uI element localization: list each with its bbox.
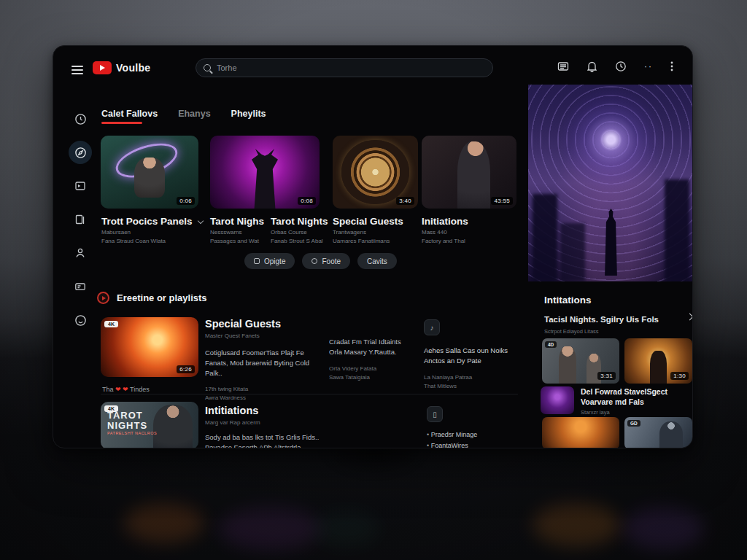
panel-link-title: Tacisl Nights. Sgilry Uis Fols — [544, 315, 659, 324]
duration-badge: 6:26 — [177, 365, 195, 373]
bullet-list: Praedsr Minage FoantaWires — [427, 429, 518, 448]
chip-cavits[interactable]: Cavits — [357, 253, 397, 269]
tab-bar: Calet Fallovs Ehanys Pheylits — [101, 109, 266, 124]
library-icon[interactable] — [69, 208, 92, 231]
chip-opigte[interactable]: Opigte — [244, 253, 295, 269]
kebab-menu-icon[interactable] — [670, 61, 673, 72]
brand-name: Voulbe — [116, 62, 150, 74]
duration-badge: 0:08 — [298, 197, 316, 205]
quality-badge: 4K — [104, 321, 118, 327]
reflection-blob — [624, 507, 704, 551]
row-meta: La Nanlaya PatraaThat Mitlews — [424, 373, 517, 391]
video-thumbnail[interactable]: 3:40 — [333, 136, 418, 209]
hero-artwork[interactable] — [528, 85, 693, 281]
card-subtitle: Mabursaen — [101, 229, 203, 236]
card-subtitle: Orbas Course — [271, 229, 328, 236]
search-icon — [204, 64, 211, 71]
row-title: Special Guests — [205, 318, 322, 330]
card-subtitle: Fanab Strout S Abal — [271, 238, 328, 244]
card-subtitle: Nessswarns — [210, 229, 264, 236]
subscriptions-icon[interactable] — [69, 275, 92, 298]
section-header: Ereetine or playlists — [97, 292, 207, 304]
shelf-card[interactable]: Special Guests Trantwagens Uamares Fanat… — [333, 216, 403, 244]
pillar-art — [665, 179, 689, 281]
zodiac-clock-art — [341, 140, 410, 204]
related-thumbnail[interactable] — [542, 417, 619, 448]
search-input[interactable] — [217, 63, 485, 72]
video-thumbnail[interactable]: 0:06 — [101, 136, 198, 209]
caption-text: Tha — [102, 386, 114, 393]
divider — [101, 394, 518, 394]
related-thumbnail[interactable]: 4D 3:31 — [542, 338, 619, 384]
video-thumbnail[interactable]: 43:55 — [422, 136, 516, 209]
card-title: Trott Pocics Panels — [101, 216, 193, 227]
card-subtitle: Uamares Fanatiimans — [333, 238, 403, 244]
row-description: Cradat Fm Trial Idtaints Orla Masary Y.R… — [329, 337, 415, 357]
duration-badge: 3:40 — [396, 197, 414, 205]
related-thumbnail[interactable]: 1:30 — [624, 338, 692, 384]
card-title: Initiations — [422, 216, 468, 227]
card-subtitle: Fana Straud Coan Wlata — [101, 238, 203, 244]
tab-pheylits[interactable]: Pheylits — [231, 109, 266, 124]
related-mini-thumbnail[interactable] — [541, 386, 574, 414]
related-subtitle: Starxzr laya — [581, 409, 693, 416]
related-title: Voarvare md Fals — [581, 397, 693, 408]
tab-calet-fallovs[interactable]: Calet Fallovs — [101, 109, 158, 124]
related-item-text[interactable]: Del Fowrad StavelSgect Voarvare md Fals … — [581, 387, 693, 416]
hamburger-menu-icon[interactable] — [71, 63, 83, 77]
chevron-down-icon[interactable] — [197, 218, 203, 224]
panel-heading: Intitations — [544, 295, 592, 306]
card-subtitle: Passages and Wat — [210, 238, 264, 244]
history-icon[interactable] — [615, 61, 627, 72]
smiley-icon[interactable] — [69, 308, 92, 332]
card-title: Tarot Nights — [271, 216, 328, 227]
thumbnail-caption: Tha ❤ ❤ Tindes — [102, 386, 150, 393]
shelf-card[interactable]: Trott Pocics Panels Mabursaen Fana Strau… — [101, 216, 203, 244]
chip-label: Opigte — [264, 257, 285, 265]
notifications-icon[interactable] — [587, 61, 597, 72]
playlist-row-main[interactable]: Special Guests Master Quest Fanets Cotig… — [205, 318, 322, 402]
music-note-icon[interactable]: ♪ — [424, 319, 440, 335]
row-description: Sody ad ba bas lks tot Tis Grlis Fids..P… — [205, 432, 431, 448]
person-icon[interactable] — [69, 241, 92, 265]
caption-text: Tindes — [130, 386, 150, 393]
playlists-icon[interactable] — [69, 174, 92, 198]
masked-figure-art — [243, 149, 287, 209]
thumbnail-title-art: TAROT NIGHTS PATRELSHT NACLROS — [107, 411, 157, 436]
app-logo[interactable]: Voulbe — [93, 61, 150, 74]
duration-badge: 43:55 — [491, 197, 513, 205]
create-video-icon[interactable] — [557, 61, 569, 72]
pillar-art — [560, 223, 585, 281]
clock-icon[interactable] — [69, 107, 92, 131]
chip-foote[interactable]: Foote — [302, 253, 350, 269]
app-window: Voulbe ·· Calet Fallovs Ehanys Pheylits … — [53, 45, 693, 448]
playlist-row-col-c: ♪ Aehes Salla Cas oun Noiks Anctos an Dy… — [424, 319, 517, 391]
device-icon[interactable]: ▯ — [427, 406, 443, 422]
more-horizontal-icon[interactable]: ·· — [644, 61, 653, 71]
playlist-thumbnail[interactable]: 4K TAROT NIGHTS PATRELSHT NACLROS — [101, 402, 198, 448]
section-title: Ereetine or playlists — [117, 292, 207, 303]
shelf-card[interactable]: Tarot Nights Orbas Course Fanab Strout S… — [271, 216, 328, 244]
shelf-card[interactable]: Tarot Nighs Nessswarns Passages and Wat — [210, 216, 264, 244]
chevron-right-icon[interactable] — [686, 314, 693, 321]
related-thumbnail[interactable]: GD — [624, 417, 692, 448]
presenter-figure-art — [457, 141, 489, 209]
quality-badge: 4D — [545, 341, 557, 348]
compass-icon[interactable] — [69, 141, 92, 164]
seer-figure-art — [134, 158, 166, 198]
row-description: Cotiglusard FoomerTias Plajt Fe Fanats, … — [205, 348, 322, 378]
search-bar[interactable] — [196, 58, 493, 77]
playlist-row-col-b: Cradat Fm Trial Idtaints Orla Masary Y.R… — [329, 337, 415, 382]
row-subtitle: Marg var Rap arcerm — [205, 419, 431, 426]
heart-icons: ❤ ❤ — [115, 386, 128, 393]
panel-link-row[interactable]: Tacisl Nights. Sgilry Uis Fols Sctrpot E… — [544, 312, 693, 335]
tab-ehanys[interactable]: Ehanys — [178, 109, 210, 124]
duration-badge: 3:31 — [597, 372, 616, 380]
playlist-thumbnail[interactable]: 4K 6:26 — [101, 317, 198, 377]
reflection-blob — [314, 510, 379, 547]
playlist-row-main[interactable]: Intitiations Marg var Rap arcerm Sody ad… — [205, 405, 431, 448]
row-subtitle: Master Quest Fanets — [205, 332, 322, 339]
related-title: Del Fowrad StavelSgect — [581, 387, 693, 397]
video-thumbnail[interactable]: 0:08 — [210, 136, 320, 209]
duration-badge: 1:30 — [670, 372, 689, 380]
